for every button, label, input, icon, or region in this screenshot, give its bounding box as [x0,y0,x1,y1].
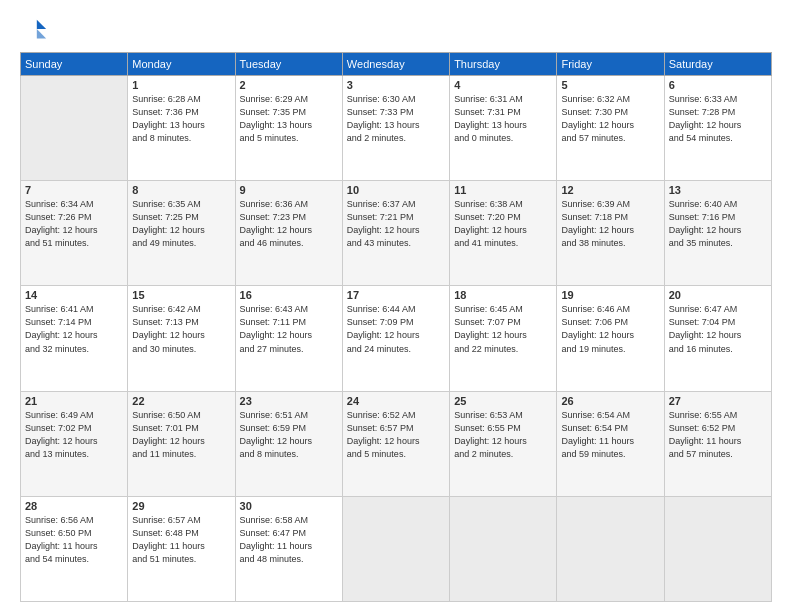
day-number: 14 [25,289,123,301]
calendar-cell: 3Sunrise: 6:30 AMSunset: 7:33 PMDaylight… [342,76,449,181]
day-info: Sunrise: 6:43 AMSunset: 7:11 PMDaylight:… [240,303,338,355]
calendar-cell: 10Sunrise: 6:37 AMSunset: 7:21 PMDayligh… [342,181,449,286]
calendar-cell [342,496,449,601]
day-number: 29 [132,500,230,512]
calendar-cell: 30Sunrise: 6:58 AMSunset: 6:47 PMDayligh… [235,496,342,601]
calendar-cell: 1Sunrise: 6:28 AMSunset: 7:36 PMDaylight… [128,76,235,181]
day-info: Sunrise: 6:34 AMSunset: 7:26 PMDaylight:… [25,198,123,250]
day-number: 8 [132,184,230,196]
logo [20,16,52,44]
day-info: Sunrise: 6:32 AMSunset: 7:30 PMDaylight:… [561,93,659,145]
calendar-body: 1Sunrise: 6:28 AMSunset: 7:36 PMDaylight… [21,76,772,602]
day-number: 30 [240,500,338,512]
calendar-cell [557,496,664,601]
day-info: Sunrise: 6:46 AMSunset: 7:06 PMDaylight:… [561,303,659,355]
day-number: 17 [347,289,445,301]
day-number: 1 [132,79,230,91]
day-number: 18 [454,289,552,301]
day-info: Sunrise: 6:39 AMSunset: 7:18 PMDaylight:… [561,198,659,250]
col-header-friday: Friday [557,53,664,76]
day-info: Sunrise: 6:44 AMSunset: 7:09 PMDaylight:… [347,303,445,355]
day-info: Sunrise: 6:29 AMSunset: 7:35 PMDaylight:… [240,93,338,145]
calendar-cell: 27Sunrise: 6:55 AMSunset: 6:52 PMDayligh… [664,391,771,496]
col-header-saturday: Saturday [664,53,771,76]
calendar-cell: 5Sunrise: 6:32 AMSunset: 7:30 PMDaylight… [557,76,664,181]
day-number: 24 [347,395,445,407]
day-number: 3 [347,79,445,91]
calendar-week-1: 1Sunrise: 6:28 AMSunset: 7:36 PMDaylight… [21,76,772,181]
day-number: 10 [347,184,445,196]
calendar-cell: 2Sunrise: 6:29 AMSunset: 7:35 PMDaylight… [235,76,342,181]
calendar-cell: 24Sunrise: 6:52 AMSunset: 6:57 PMDayligh… [342,391,449,496]
day-number: 16 [240,289,338,301]
day-info: Sunrise: 6:41 AMSunset: 7:14 PMDaylight:… [25,303,123,355]
day-info: Sunrise: 6:31 AMSunset: 7:31 PMDaylight:… [454,93,552,145]
day-number: 25 [454,395,552,407]
calendar-cell: 17Sunrise: 6:44 AMSunset: 7:09 PMDayligh… [342,286,449,391]
day-info: Sunrise: 6:40 AMSunset: 7:16 PMDaylight:… [669,198,767,250]
calendar-week-4: 21Sunrise: 6:49 AMSunset: 7:02 PMDayligh… [21,391,772,496]
calendar-cell: 18Sunrise: 6:45 AMSunset: 7:07 PMDayligh… [450,286,557,391]
day-number: 21 [25,395,123,407]
day-info: Sunrise: 6:57 AMSunset: 6:48 PMDaylight:… [132,514,230,566]
day-number: 13 [669,184,767,196]
calendar-cell: 11Sunrise: 6:38 AMSunset: 7:20 PMDayligh… [450,181,557,286]
calendar-week-3: 14Sunrise: 6:41 AMSunset: 7:14 PMDayligh… [21,286,772,391]
calendar-cell: 6Sunrise: 6:33 AMSunset: 7:28 PMDaylight… [664,76,771,181]
calendar-week-2: 7Sunrise: 6:34 AMSunset: 7:26 PMDaylight… [21,181,772,286]
calendar-cell: 13Sunrise: 6:40 AMSunset: 7:16 PMDayligh… [664,181,771,286]
day-number: 7 [25,184,123,196]
day-number: 22 [132,395,230,407]
calendar-cell: 25Sunrise: 6:53 AMSunset: 6:55 PMDayligh… [450,391,557,496]
calendar-cell: 15Sunrise: 6:42 AMSunset: 7:13 PMDayligh… [128,286,235,391]
day-info: Sunrise: 6:56 AMSunset: 6:50 PMDaylight:… [25,514,123,566]
day-number: 5 [561,79,659,91]
calendar-cell: 12Sunrise: 6:39 AMSunset: 7:18 PMDayligh… [557,181,664,286]
calendar-week-5: 28Sunrise: 6:56 AMSunset: 6:50 PMDayligh… [21,496,772,601]
day-number: 6 [669,79,767,91]
day-info: Sunrise: 6:35 AMSunset: 7:25 PMDaylight:… [132,198,230,250]
day-number: 4 [454,79,552,91]
calendar-cell: 19Sunrise: 6:46 AMSunset: 7:06 PMDayligh… [557,286,664,391]
day-info: Sunrise: 6:49 AMSunset: 7:02 PMDaylight:… [25,409,123,461]
calendar-cell: 22Sunrise: 6:50 AMSunset: 7:01 PMDayligh… [128,391,235,496]
day-info: Sunrise: 6:30 AMSunset: 7:33 PMDaylight:… [347,93,445,145]
calendar-cell: 28Sunrise: 6:56 AMSunset: 6:50 PMDayligh… [21,496,128,601]
svg-marker-0 [37,20,46,29]
day-number: 28 [25,500,123,512]
calendar-cell: 14Sunrise: 6:41 AMSunset: 7:14 PMDayligh… [21,286,128,391]
day-number: 27 [669,395,767,407]
day-info: Sunrise: 6:52 AMSunset: 6:57 PMDaylight:… [347,409,445,461]
calendar-cell: 4Sunrise: 6:31 AMSunset: 7:31 PMDaylight… [450,76,557,181]
day-info: Sunrise: 6:51 AMSunset: 6:59 PMDaylight:… [240,409,338,461]
header [20,16,772,44]
calendar-cell [450,496,557,601]
day-info: Sunrise: 6:37 AMSunset: 7:21 PMDaylight:… [347,198,445,250]
calendar-cell: 29Sunrise: 6:57 AMSunset: 6:48 PMDayligh… [128,496,235,601]
calendar-cell [21,76,128,181]
svg-marker-1 [37,29,46,38]
day-info: Sunrise: 6:58 AMSunset: 6:47 PMDaylight:… [240,514,338,566]
calendar-cell: 7Sunrise: 6:34 AMSunset: 7:26 PMDaylight… [21,181,128,286]
col-header-wednesday: Wednesday [342,53,449,76]
calendar-cell [664,496,771,601]
calendar-cell: 9Sunrise: 6:36 AMSunset: 7:23 PMDaylight… [235,181,342,286]
page: SundayMondayTuesdayWednesdayThursdayFrid… [0,0,792,612]
calendar-cell: 8Sunrise: 6:35 AMSunset: 7:25 PMDaylight… [128,181,235,286]
col-header-sunday: Sunday [21,53,128,76]
day-number: 15 [132,289,230,301]
calendar-cell: 16Sunrise: 6:43 AMSunset: 7:11 PMDayligh… [235,286,342,391]
day-info: Sunrise: 6:55 AMSunset: 6:52 PMDaylight:… [669,409,767,461]
day-info: Sunrise: 6:54 AMSunset: 6:54 PMDaylight:… [561,409,659,461]
col-header-thursday: Thursday [450,53,557,76]
day-info: Sunrise: 6:28 AMSunset: 7:36 PMDaylight:… [132,93,230,145]
day-info: Sunrise: 6:42 AMSunset: 7:13 PMDaylight:… [132,303,230,355]
day-info: Sunrise: 6:53 AMSunset: 6:55 PMDaylight:… [454,409,552,461]
day-info: Sunrise: 6:36 AMSunset: 7:23 PMDaylight:… [240,198,338,250]
day-info: Sunrise: 6:50 AMSunset: 7:01 PMDaylight:… [132,409,230,461]
calendar-cell: 21Sunrise: 6:49 AMSunset: 7:02 PMDayligh… [21,391,128,496]
day-number: 2 [240,79,338,91]
day-info: Sunrise: 6:33 AMSunset: 7:28 PMDaylight:… [669,93,767,145]
col-header-monday: Monday [128,53,235,76]
day-number: 20 [669,289,767,301]
